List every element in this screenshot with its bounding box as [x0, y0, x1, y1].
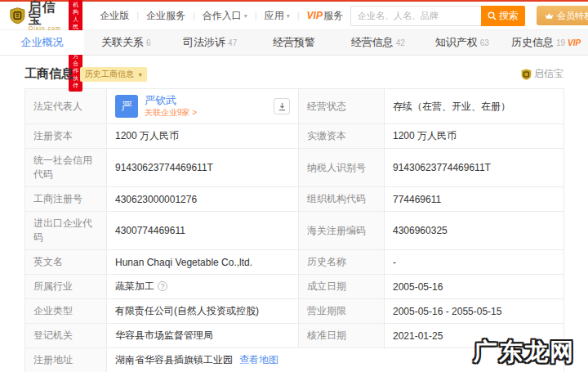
field-value: 存续（在营、开业、在册）: [385, 89, 564, 124]
nav-apps[interactable]: 应用▾: [257, 9, 297, 23]
field-label: 英文名: [25, 250, 107, 275]
field-value: 有限责任公司(自然人投资或控股): [107, 299, 299, 324]
business-info-table: 法定代表人 严 严钦武 关联企业9家 > 经营状态 存续（在营、开业、在册） 注…: [24, 88, 564, 372]
field-value: Hunan Chaqi Vegetable Co.,ltd.: [107, 250, 299, 275]
field-label: 经营状态: [299, 89, 385, 124]
field-label: 登记机关: [25, 324, 107, 348]
view-map-link[interactable]: 查看地图: [239, 354, 278, 365]
field-value: 蔬菜加工?: [107, 275, 299, 299]
table-row: 工商注册号 430623000001276 组织机构代码 774469611: [25, 187, 564, 212]
field-label: 营业期限: [299, 299, 385, 324]
table-row: 所属行业 蔬菜加工? 成立日期 2005-05-16: [25, 275, 564, 299]
download-icon: [278, 102, 287, 111]
table-row: 英文名 Hunan Chaqi Vegetable Co.,ltd. 历史名称 …: [25, 250, 564, 275]
field-value: 430623000001276: [107, 187, 299, 212]
field-label: 法定代表人: [25, 89, 107, 124]
related-companies-link[interactable]: 关联企业9家 >: [145, 106, 197, 119]
field-value: 91430623774469611T: [107, 149, 299, 187]
table-row: 注册资本 1200 万人民币 实缴资本 1200 万人民币: [25, 124, 564, 149]
field-label: 核准日期: [299, 324, 385, 348]
field-label: 统一社会信用代码: [25, 149, 107, 187]
tab-history-info[interactable]: 历史信息19VIP: [504, 30, 588, 55]
chevron-down-icon: ▾: [287, 12, 290, 20]
field-value: 2005-05-16 - 2055-05-15: [385, 299, 564, 324]
nav-vip-services[interactable]: VIP服务: [300, 9, 350, 23]
crown-icon: [545, 12, 554, 20]
tab-operation-warning[interactable]: 经营预警: [252, 30, 336, 55]
chevron-down-icon: ▾: [139, 71, 142, 78]
header: 启信宝 Qixin.com 官方备案企业征信机构 人民数据官方合作伙伴 企业版 …: [0, 2, 588, 29]
qixin-watermark-logo: 启信宝: [521, 67, 564, 81]
field-value: -: [385, 250, 564, 275]
field-label: 实缴资本: [299, 124, 385, 149]
search-bar: 搜索: [350, 6, 525, 26]
search-icon: [488, 11, 497, 20]
section-header: 工商信息 历史工商信息 ▾ 启信宝: [0, 56, 588, 88]
logo-title: 启信宝: [29, 1, 64, 25]
table-row: 法定代表人 严 严钦武 关联企业9家 > 经营状态 存续（在营、开业、在册）: [25, 89, 564, 124]
tab-intellectual-property[interactable]: 知识产权63: [420, 30, 504, 55]
field-label: 工商注册号: [25, 187, 107, 212]
field-value: 1200 万人民币: [107, 124, 299, 149]
field-value: 774469611: [385, 187, 564, 212]
field-label: 成立日期: [299, 275, 385, 299]
legal-rep-avatar: 严: [115, 95, 138, 118]
tab-judicial-litigation[interactable]: 司法涉诉47: [168, 30, 252, 55]
nav-partner-entry[interactable]: 合作入口▾: [195, 9, 255, 23]
field-value: 2005-05-16: [385, 275, 564, 299]
download-button[interactable]: [274, 98, 290, 114]
header-nav: 企业版 | 企业服务 | 合作入口▾ | 应用▾ | VIP服务: [92, 9, 350, 23]
field-label: 组织机构代码: [299, 187, 385, 212]
qixin-logo[interactable]: 启信宝 Qixin.com: [10, 1, 64, 31]
chevron-down-icon: ▾: [244, 12, 247, 20]
field-value: 4306960325: [385, 212, 564, 250]
field-label: 企业类型: [25, 299, 107, 324]
nav-enterprise-services[interactable]: 企业服务: [139, 9, 193, 23]
field-label: 所属行业: [25, 275, 107, 299]
vip-privilege-button[interactable]: 会员特权 >: [537, 6, 588, 25]
field-label: 注册资本: [25, 124, 107, 149]
field-label: 纳税人识别号: [299, 149, 385, 187]
section-title: 工商信息: [24, 66, 74, 82]
field-value: 1200 万人民币: [385, 124, 564, 149]
tab-company-overview[interactable]: 企业概况: [0, 30, 84, 55]
shield-logo-icon: [10, 6, 25, 25]
watermark: 广东龙网: [474, 336, 575, 369]
legal-rep-name-link[interactable]: 严钦武: [145, 94, 197, 106]
table-row: 进出口企业代码 4300774469611 海关注册编码 4306960325: [25, 212, 564, 250]
table-row: 统一社会信用代码 91430623774469611T 纳税人识别号 91430…: [25, 149, 564, 187]
help-icon[interactable]: ?: [158, 281, 167, 291]
field-value: 91430623774469611T: [385, 149, 564, 187]
tab-bar: 企业概况 关联关系6 司法涉诉47 经营预警 经营信息42 知识产权63 历史信…: [0, 29, 588, 56]
field-label: 进出口企业代码: [25, 212, 107, 250]
search-button[interactable]: 搜索: [481, 6, 525, 26]
field-value: 华容县市场监督管理局: [107, 324, 299, 348]
nav-enterprise-edition[interactable]: 企业版: [92, 9, 136, 23]
table-row: 企业类型 有限责任公司(自然人投资或控股) 营业期限 2005-05-16 - …: [25, 299, 564, 324]
field-label: 历史名称: [299, 250, 385, 275]
search-input[interactable]: [350, 6, 481, 26]
shield-logo-icon: [521, 69, 532, 80]
tab-related-relations[interactable]: 关联关系6: [84, 30, 168, 55]
field-value: 4300774469611: [107, 212, 299, 250]
field-label: 海关注册编码: [299, 212, 385, 250]
history-business-info-badge[interactable]: 历史工商信息 ▾: [80, 67, 147, 82]
field-label: 注册地址: [25, 348, 107, 372]
tab-operation-info[interactable]: 经营信息42: [336, 30, 420, 55]
